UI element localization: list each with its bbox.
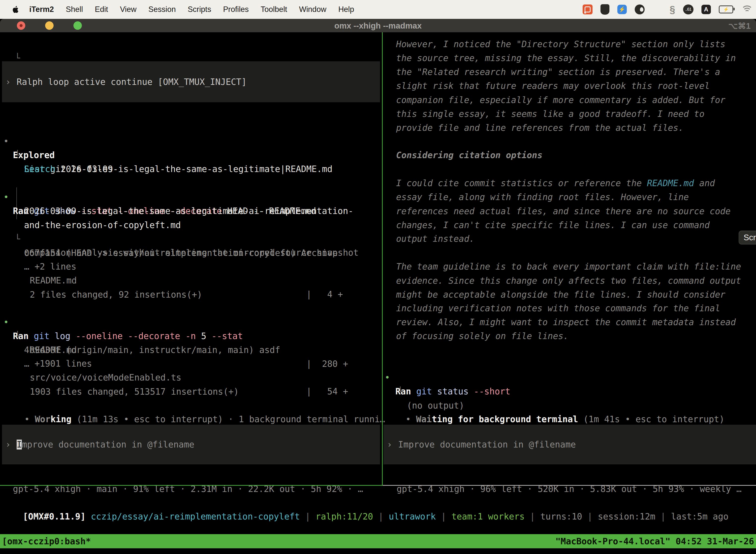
command-continuation: and-the-erosion-of-copyleft.md — [0, 204, 21, 218]
reasoning-paragraph-line: references need actual files, and since … — [396, 204, 731, 218]
reasoning-paragraph-line: changes, I can't cite specific file line… — [396, 218, 710, 232]
battery-icon[interactable]: ⚡ — [719, 5, 733, 13]
working-status-line: • Working (11m 13s • esc to interrupt) ·… — [3, 398, 385, 412]
window-titlebar: omx --xhigh --madmax ⌥⌘1 — [0, 19, 756, 32]
menu-item-shell[interactable]: Shell — [66, 5, 83, 14]
reasoning-paragraph-line: I could cite commit statistics or refere… — [396, 176, 715, 190]
explored-list-line: └ List git ls-files — [0, 134, 21, 148]
reasoning-paragraph-line: of focusing solely on file lines. — [396, 329, 568, 343]
reasoning-paragraph-line: The team guideline is to back every impo… — [396, 260, 741, 274]
reasoning-paragraph-line: provide file and line references from th… — [396, 121, 684, 135]
waiting-status-line: • Waiting for background terminal (1m 41… — [385, 398, 724, 412]
apple-menu-icon[interactable] — [12, 5, 20, 14]
terminal-area: └ No agents completed yet › Ralph loop a… — [0, 32, 756, 554]
screen-share-button[interactable]: Scre — [739, 231, 756, 244]
explored-heading: • Explored — [0, 120, 21, 134]
reasoning-paragraph-line: the source tree, missing the essay. Stil… — [396, 51, 736, 65]
left-input-box[interactable]: › Improve documentation in @filename — [2, 425, 380, 464]
ralph-prompt-box[interactable]: › Ralph loop active continue [OMX_TMUX_I… — [2, 61, 380, 102]
menu-item-view[interactable]: View — [120, 5, 137, 14]
window-title: omx --xhigh --madmax — [0, 21, 756, 31]
moon-icon[interactable] — [635, 4, 645, 14]
left-input-text: Improve documentation in @filename — [17, 440, 194, 449]
tmux-session-name: [omx-cczip0:bash* — [2, 536, 91, 546]
prompt-chevron-icon: › — [5, 77, 11, 87]
ran-git-status-command: • Ran git status --short — [0, 357, 21, 371]
a-square-icon[interactable]: A — [701, 5, 711, 14]
squiggle-icon[interactable]: § — [670, 4, 675, 15]
tmux-host-clock: "MacBook-Pro-44.local" 04:52 31-Mar-26 — [555, 536, 754, 546]
menu-item-toolbelt[interactable]: Toolbelt — [261, 5, 287, 14]
shield-icon[interactable] — [601, 4, 610, 15]
reasoning-paragraph-line: output instead. — [396, 232, 475, 246]
badge-61-icon[interactable]: ..61 — [683, 4, 693, 14]
menu-app-name[interactable]: iTerm2 — [29, 5, 54, 14]
menu-item-help[interactable]: Help — [338, 5, 354, 14]
git-show-output-line: └ 067f154 (HEAD -> essay/ai-reimplementa… — [0, 218, 21, 232]
explored-search-line: Search 2026-03-09-is-legal-the-same-as-l… — [0, 148, 21, 162]
git-log-elided-line: … +1901 lines — [0, 343, 21, 357]
reasoning-paragraph-line: However, I noticed the "Directory Struct… — [396, 37, 726, 51]
reasoning-paragraph-line: companion file, especially if more comme… — [396, 93, 726, 107]
reasoning-paragraph-line: slight risk that future readers may over… — [396, 79, 710, 93]
git-show-elided-line: … +2 lines — [0, 246, 21, 260]
agent-log-line: └ No agents completed yet — [0, 37, 21, 51]
text-cursor: I — [17, 440, 22, 449]
wifi-icon[interactable] — [741, 5, 753, 14]
menu-status-icons: ⚡ § ..61 A ⚡ — [583, 0, 753, 19]
menu-item-edit[interactable]: Edit — [95, 5, 108, 14]
menu-item-window[interactable]: Window — [299, 5, 326, 14]
git-stat-row: README.md | 4 + — [0, 260, 21, 274]
menu-item-session[interactable]: Session — [148, 5, 176, 14]
reasoning-paragraph-line: essay file, along with finding root file… — [396, 190, 689, 204]
ran-git-show-command: • Ran git show --stat --oneline --decora… — [0, 176, 21, 190]
dots-grid-icon[interactable] — [652, 5, 662, 14]
right-input-text: Improve documentation in @filename — [398, 440, 576, 449]
prompt-chevron-icon: › — [5, 440, 11, 449]
reasoning-paragraph-line: might be acceptable alongside the file l… — [396, 288, 726, 301]
git-stat-summary: 2 files changed, 92 insertions(+) — [0, 274, 21, 288]
pane-divider[interactable] — [382, 32, 383, 486]
reasoning-paragraph-line: this single essay, it seems like a good … — [396, 107, 704, 121]
git-log-output-line: └ 4b9d30f (origin/main, instructkr/main,… — [0, 315, 21, 329]
reasoning-paragraph-line: the "Related research writing" section i… — [396, 65, 720, 79]
pane-bottom-border-active — [0, 485, 383, 486]
right-input-box[interactable]: › Improve documentation in @filename — [383, 425, 756, 464]
tmux-status-bar: [omx-cczip0:bash* "MacBook-Pro-44.local"… — [0, 534, 756, 548]
window-shortcut: ⌥⌘1 — [729, 21, 751, 31]
right-session-status: gpt-5.4 xhigh · 96% left · 520K in · 5.8… — [0, 468, 21, 482]
reasoning-paragraph-line: review. Also, I might want to inspect th… — [396, 315, 736, 329]
spark-icon[interactable]: ⚡ — [617, 5, 627, 14]
git-show-output-line: companion analysis without altering the … — [0, 232, 21, 246]
menu-item-scripts[interactable]: Scripts — [188, 5, 211, 14]
menu-bar: iTerm2 Shell Edit View Session Scripts P… — [0, 0, 756, 19]
omx-status-bar: [OMX#0.11.9] cczip/essay/ai-reimplementa… — [2, 496, 729, 510]
git-stat-row: README.md | 280 + — [0, 329, 21, 343]
menu-items: Shell Edit View Session Scripts Profiles… — [66, 5, 354, 14]
git-status-output-line: └ (no output) — [0, 371, 21, 385]
ran-git-log-command: • Ran git log --oneline --decorate -n 5 … — [0, 301, 21, 315]
menu-item-profiles[interactable]: Profiles — [223, 5, 249, 14]
reasoning-paragraph-line: including verification notes with those … — [396, 301, 720, 315]
reasoning-heading: Considering citation options — [396, 148, 543, 162]
prompt-chevron-icon: › — [387, 440, 392, 449]
reasoning-paragraph-line: evidence. Since this change only affects… — [396, 274, 741, 288]
ralph-prompt-text: Ralph loop active continue [OMX_TMUX_INJ… — [17, 77, 247, 87]
command-continuation: 2026-03-09-is-legal-the-same-as-legitima… — [0, 190, 21, 204]
chat-app-icon[interactable] — [583, 4, 592, 14]
